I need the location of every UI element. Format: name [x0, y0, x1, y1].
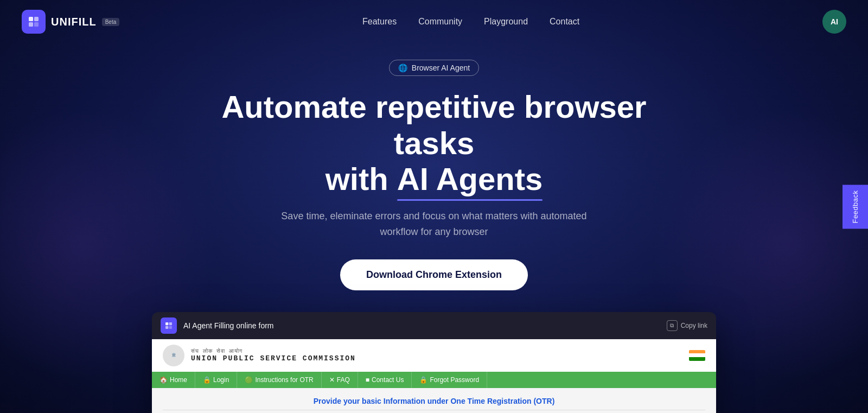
nav-links: Features Community Playground Contact	[362, 17, 579, 27]
browser-video-title: AI Agent Filling online form	[183, 321, 660, 330]
flag-white	[689, 353, 705, 357]
upsc-nav-home[interactable]: 🏠 Home	[152, 372, 195, 388]
svg-rect-4	[165, 322, 168, 325]
copy-link-label: Copy link	[681, 322, 707, 329]
logo-beta: Beta	[102, 18, 120, 26]
svg-rect-0	[29, 17, 33, 21]
india-flag	[689, 350, 705, 361]
preview-logo-icon	[161, 317, 177, 334]
badge-text: Browser AI Agent	[412, 63, 470, 72]
svg-rect-2	[29, 22, 33, 27]
upsc-hindi-title: संघ लोक सेवा आयोग	[191, 348, 682, 354]
upsc-nav-otr[interactable]: 🟢 Instructions for OTR	[237, 372, 321, 388]
feedback-tab[interactable]: Feedback	[843, 185, 868, 228]
upsc-title-block: संघ लोक सेवा आयोग UNION PUBLIC SERVICE C…	[191, 348, 682, 363]
svg-rect-7	[169, 326, 172, 328]
hero-title-line2: with AI Agents	[326, 161, 543, 196]
avatar[interactable]: AI	[822, 10, 846, 34]
upsc-english-title: UNION PUBLIC SERVICE COMMISSION	[191, 354, 682, 363]
flag-green	[689, 357, 705, 361]
hero-title: Automate repetitive browser tasks with A…	[190, 89, 678, 198]
upsc-nav-bar: 🏠 Home 🔒 Login 🟢 Instructions for OTR ✕ …	[152, 372, 716, 388]
upsc-form-area: Provide your basic Information under One…	[152, 388, 716, 413]
nav-features[interactable]: Features	[362, 17, 397, 26]
svg-rect-3	[34, 22, 39, 27]
hero-title-line1: Automate repetitive browser tasks	[221, 89, 646, 161]
upsc-form-title: Provide your basic Information under One…	[163, 397, 705, 410]
nav-playground[interactable]: Playground	[484, 17, 528, 26]
hero-title-plain: with	[326, 161, 397, 196]
copy-icon: ⧉	[667, 320, 678, 331]
navbar: UNIFILL Beta Features Community Playgrou…	[0, 0, 868, 43]
browser-preview: AI Agent Filling online form ⧉ Copy link…	[152, 312, 716, 413]
flag-orange	[689, 350, 705, 354]
hero-subtitle: Save time, eleminate errors and focus on…	[271, 208, 597, 240]
upsc-nav-forgot[interactable]: 🔒 Forgot Password	[412, 372, 487, 388]
nav-contact[interactable]: Contact	[550, 17, 579, 26]
globe-icon: 🌐	[398, 63, 407, 72]
upsc-emblem: 🏛️	[163, 345, 184, 366]
nav-community[interactable]: Community	[418, 17, 462, 26]
upsc-nav-faq[interactable]: ✕ FAQ	[322, 372, 358, 388]
hero-badge: 🌐 Browser AI Agent	[389, 60, 479, 76]
copy-link-area[interactable]: ⧉ Copy link	[667, 320, 707, 331]
svg-rect-1	[34, 17, 39, 21]
hero-title-underlined: AI Agents	[397, 161, 543, 198]
hero-section: 🌐 Browser AI Agent Automate repetitive b…	[0, 43, 868, 312]
logo-text: UNIFILL	[51, 16, 97, 28]
logo-area: UNIFILL Beta	[22, 10, 119, 34]
upsc-nav-contact[interactable]: ■ Contact Us	[358, 372, 412, 388]
download-cta-button[interactable]: Download Chrome Extension	[340, 259, 528, 290]
upsc-header: 🏛️ संघ लोक सेवा आयोग UNION PUBLIC SERVIC…	[152, 339, 716, 372]
browser-chrome-bar: AI Agent Filling online form ⧉ Copy link	[152, 312, 716, 339]
logo-icon	[22, 10, 46, 34]
svg-rect-6	[165, 326, 168, 328]
upsc-nav-login[interactable]: 🔒 Login	[195, 372, 237, 388]
svg-rect-5	[169, 322, 172, 325]
